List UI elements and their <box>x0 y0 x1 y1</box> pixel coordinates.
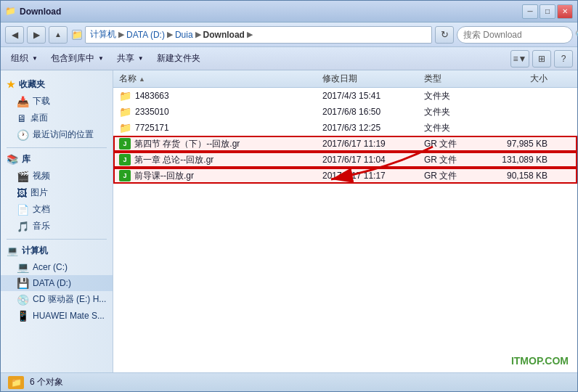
gr-file-icon: J <box>119 138 131 150</box>
table-row[interactable]: 📁 1483663 2017/4/3 15:41 文件夹 <box>113 88 577 104</box>
sidebar-item-documents[interactable]: 📄 文档 <box>1 201 113 218</box>
file-name: 1483663 <box>135 91 169 101</box>
sidebar-favorites-label: 收藏夹 <box>19 78 45 91</box>
sidebar-huawei-label: HUAWEI Mate S... <box>33 311 105 321</box>
sidebar-item-c-drive[interactable]: 💻 Acer (C:) <box>1 259 113 275</box>
sidebar-cd-drive-label: CD 驱动器 (E:) H... <box>33 293 106 306</box>
breadcrumb-root-dropdown[interactable]: 📁 <box>72 30 82 40</box>
file-date-cell: 2017/6/3 12:25 <box>322 123 424 133</box>
file-size-cell: 131,089 KB <box>482 155 548 165</box>
sidebar-item-d-drive[interactable]: 💾 DATA (D:) <box>1 275 113 291</box>
path-computer[interactable]: 计算机 <box>90 28 116 41</box>
sidebar-d-drive-label: DATA (D:) <box>33 278 71 288</box>
toolbar: 组织 ▼ 包含到库中 ▼ 共享 ▼ 新建文件夹 ≡▼ ⊞ ? <box>1 47 577 70</box>
include-library-label: 包含到库中 <box>51 52 94 65</box>
new-folder-label: 新建文件夹 <box>157 52 200 65</box>
organize-button[interactable]: 组织 ▼ <box>5 49 44 68</box>
sidebar-item-cd-drive[interactable]: 💿 CD 驱动器 (E:) H... <box>1 291 113 308</box>
new-folder-button[interactable]: 新建文件夹 <box>151 49 206 68</box>
sidebar-item-recent[interactable]: 🕐 最近访问的位置 <box>1 126 113 143</box>
video-icon: 🎬 <box>17 171 29 182</box>
file-type-cell: 文件夹 <box>424 106 482 118</box>
toolbar-right: ≡▼ ⊞ ? <box>510 50 573 68</box>
sidebar-video-label: 视频 <box>33 170 50 182</box>
file-name-cell: 📁 2335010 <box>119 106 322 118</box>
path-data-d[interactable]: DATA (D:) <box>126 30 165 40</box>
download-folder-icon: 📥 <box>17 96 29 107</box>
col-header-type[interactable]: 类型 <box>424 73 482 85</box>
file-date-cell: 2017/6/8 16:50 <box>322 107 424 117</box>
sidebar-item-huawei[interactable]: 📱 HUAWEI Mate S... <box>1 308 113 324</box>
maximize-button[interactable]: □ <box>540 4 555 19</box>
window-controls: ─ □ ✕ <box>522 4 573 19</box>
view-options-button[interactable]: ≡▼ <box>510 50 529 68</box>
col-header-name[interactable]: 名称 ▲ <box>119 73 322 85</box>
table-row[interactable]: J 前导课--回放.gr 2017/6/17 11:17 GR 文件 90,15… <box>113 168 577 184</box>
preview-pane-button[interactable]: ⊞ <box>532 50 551 68</box>
library-icon: 📚 <box>7 154 18 165</box>
address-path[interactable]: 计算机 ▶ DATA (D:) ▶ Duia ▶ Download ▶ <box>85 26 432 44</box>
sidebar-divider-2 <box>7 239 107 240</box>
sidebar-item-desktop[interactable]: 🖥 桌面 <box>1 110 113 126</box>
share-button[interactable]: 共享 ▼ <box>111 49 150 68</box>
sidebar-divider-1 <box>7 147 107 148</box>
pictures-icon: 🖼 <box>17 187 27 199</box>
documents-icon: 📄 <box>17 204 29 216</box>
organize-dropdown-arrow: ▼ <box>32 55 38 62</box>
title-bar-left: 📁 Download <box>5 6 61 17</box>
table-row[interactable]: J 第一章 总论--回放.gr 2017/6/17 11:04 GR 文件 13… <box>113 152 577 168</box>
path-download[interactable]: Download <box>203 30 245 40</box>
address-bar: ◀ ▶ ▲ 📁 计算机 ▶ DATA (D:) ▶ Duia ▶ Downloa… <box>1 23 577 47</box>
sidebar-computer-header[interactable]: 💻 计算机 <box>1 242 113 259</box>
sidebar-item-pictures[interactable]: 🖼 图片 <box>1 184 113 201</box>
sidebar-recent-label: 最近访问的位置 <box>33 128 94 141</box>
table-row[interactable]: 📁 2335010 2017/6/8 16:50 文件夹 <box>113 104 577 120</box>
back-button[interactable]: ◀ <box>5 26 24 44</box>
file-type-cell: GR 文件 <box>424 154 482 166</box>
help-icon: ? <box>561 54 566 64</box>
sidebar-desktop-label: 桌面 <box>30 112 48 124</box>
file-name-cell: 📁 7725171 <box>119 122 322 134</box>
path-duia[interactable]: Duia <box>175 30 193 40</box>
sidebar-item-video[interactable]: 🎬 视频 <box>1 168 113 184</box>
table-row[interactable]: J 第四节 存货（下）--回放.gr 2017/6/17 11:19 GR 文件… <box>113 136 577 152</box>
d-drive-icon: 💾 <box>17 277 29 289</box>
file-area-wrapper: 名称 ▲ 修改日期 类型 大小 <box>113 70 577 372</box>
huawei-icon: 📱 <box>17 310 29 322</box>
sidebar-item-music[interactable]: 🎵 音乐 <box>1 218 113 234</box>
help-button[interactable]: ? <box>554 50 573 68</box>
refresh-button[interactable]: ↻ <box>435 26 454 44</box>
col-header-date[interactable]: 修改日期 <box>322 73 424 85</box>
file-name-cell: J 第一章 总论--回放.gr <box>119 154 322 166</box>
search-icon: 🔍 <box>575 30 578 40</box>
col-name-label: 名称 <box>119 73 137 85</box>
file-name-cell: J 前导课--回放.gr <box>119 170 322 182</box>
recent-icon: 🕐 <box>17 129 29 141</box>
search-input[interactable] <box>463 30 572 40</box>
file-type-cell: GR 文件 <box>424 170 482 182</box>
col-date-label: 修改日期 <box>322 73 357 85</box>
minimize-button[interactable]: ─ <box>522 4 538 19</box>
table-row[interactable]: 📁 7725171 2017/6/3 12:25 文件夹 <box>113 120 577 136</box>
sidebar-item-downloads[interactable]: 📥 下载 <box>1 93 113 110</box>
file-area: 名称 ▲ 修改日期 类型 大小 <box>113 70 577 372</box>
sidebar-favorites-header[interactable]: ★ 收藏夹 <box>1 76 113 93</box>
up-button[interactable]: ▲ <box>49 26 68 44</box>
include-library-button[interactable]: 包含到库中 ▼ <box>45 49 110 68</box>
file-name: 2335010 <box>135 107 169 117</box>
sidebar-libraries-header[interactable]: 📚 库 <box>1 151 113 168</box>
file-type-cell: 文件夹 <box>424 90 482 102</box>
file-date-cell: 2017/4/3 15:41 <box>322 91 424 101</box>
close-button[interactable]: ✕ <box>557 4 573 19</box>
forward-button[interactable]: ▶ <box>27 26 46 44</box>
file-date-cell: 2017/6/17 11:17 <box>322 171 424 181</box>
col-header-size[interactable]: 大小 <box>482 73 548 85</box>
path-sep-3: ▶ <box>195 30 201 39</box>
share-label: 共享 <box>117 52 134 65</box>
search-box[interactable]: 🔍 <box>457 26 573 44</box>
folder-icon: 📁 <box>119 90 131 102</box>
preview-icon: ⊞ <box>538 54 545 64</box>
sidebar-libraries-section: 📚 库 🎬 视频 🖼 图片 📄 文档 🎵 音乐 <box>1 151 113 234</box>
file-date-cell: 2017/6/17 11:19 <box>322 139 424 149</box>
sidebar-music-label: 音乐 <box>33 220 50 232</box>
